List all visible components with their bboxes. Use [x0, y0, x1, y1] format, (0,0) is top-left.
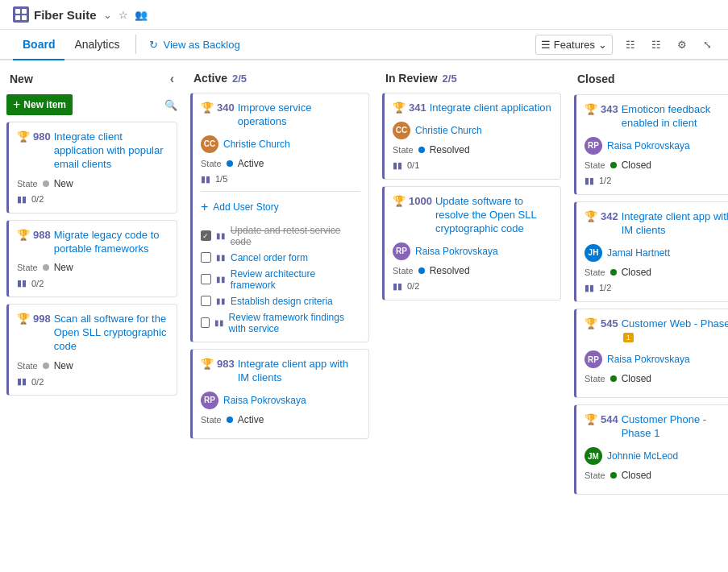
- card-983: 🏆 983 Integrate client app with IM clien…: [190, 349, 369, 439]
- assignee-name-343[interactable]: Raisa Pokrovskaya: [607, 140, 690, 151]
- state-value: Closed: [622, 470, 651, 481]
- card-343-state: State Closed: [584, 160, 728, 171]
- card-980-name[interactable]: Integrate client application with popula…: [54, 131, 168, 172]
- card-341-avatar: CC Christie Church: [393, 122, 552, 139]
- card-983-name[interactable]: Integrate client app with IM clients: [238, 358, 360, 385]
- card-1000-title: 🏆 1000 Update software to resolve the Op…: [393, 195, 552, 236]
- col-header-new: New ‹: [3, 67, 181, 91]
- card-998: 🏆 998 Scan all software for the Open SLL…: [6, 304, 177, 396]
- card-1000-state: State Resolved: [393, 265, 552, 276]
- child-name-5[interactable]: Review framework findings with service: [229, 312, 360, 334]
- column-active: Active 2/5 🏆 340 Improve service operati…: [187, 67, 372, 545]
- card-988-name[interactable]: Migrate legacy code to portable framewor…: [54, 229, 168, 256]
- child-name-3[interactable]: Review architecture framework: [231, 268, 360, 291]
- col-header-closed: Closed ‹: [571, 67, 728, 91]
- child-name-1[interactable]: Update and retest service code: [231, 225, 360, 247]
- child-checkbox-5[interactable]: [201, 317, 210, 328]
- gear-icon[interactable]: ⚙: [674, 35, 690, 54]
- card-342-name[interactable]: Integrate client app with IM clients: [622, 210, 728, 238]
- card-341-title: 🏆 341 Integrate client application: [393, 102, 552, 115]
- new-item-bar: + New item 🔍: [6, 94, 177, 115]
- avatar-jm: JM: [584, 447, 602, 465]
- card-544-name[interactable]: Customer Phone - Phase 1: [622, 413, 728, 441]
- trophy-icon: 🏆: [17, 229, 30, 241]
- progress-bar-icon: ▮▮: [584, 176, 594, 186]
- nav-bar: Board Analytics ↻ View as Backlog ☰ Feat…: [0, 30, 728, 60]
- card-343-name[interactable]: Emoticon feedback enabled in client: [622, 103, 728, 131]
- card-980-id: 980: [33, 131, 51, 143]
- card-544: 🏆 544 Customer Phone - Phase 1 JM Johnni…: [574, 404, 728, 495]
- trophy-icon: 🏆: [584, 317, 597, 330]
- top-bar: Fiber Suite ⌄ ☆ 👥: [0, 0, 728, 30]
- avatar-cc: CC: [201, 135, 218, 153]
- progress-value: 0/2: [31, 377, 44, 387]
- features-label: Features: [554, 39, 595, 51]
- card-545-avatar: RP Raisa Pokrovskaya: [584, 350, 728, 368]
- child-name-2[interactable]: Cancel order form: [231, 252, 308, 263]
- trophy-icon: 🏆: [201, 102, 214, 114]
- chevron-down-icon[interactable]: ⌄: [103, 9, 112, 21]
- phase-badge-545: 1: [623, 333, 634, 342]
- add-user-story-btn[interactable]: + Add User Story: [201, 197, 360, 218]
- card-980-title: 🏆 980 Integrate client application with …: [17, 131, 168, 172]
- trophy-icon: 🏆: [584, 210, 597, 222]
- tab-board[interactable]: Board: [13, 30, 64, 60]
- features-btn[interactable]: ☰ Features ⌄: [535, 35, 613, 55]
- card-342: 🏆 342 Integrate client app with IM clien…: [574, 201, 728, 302]
- col-title-review: In Review: [385, 72, 438, 85]
- column-settings-icon[interactable]: ☷: [622, 35, 639, 54]
- col-title-active: Active: [193, 72, 227, 85]
- card-340-name[interactable]: Improve service operations: [238, 102, 360, 129]
- card-545-id: 545: [601, 317, 618, 330]
- assignee-name-544[interactable]: Johnnie McLeod: [607, 450, 678, 462]
- child-checkbox-2[interactable]: [201, 252, 211, 263]
- card-998-name[interactable]: Scan all software for the Open SLL crypt…: [54, 313, 168, 354]
- card-545-name[interactable]: Customer Web - Phase 1: [622, 317, 728, 345]
- card-544-avatar: JM Johnnie McLeod: [584, 447, 728, 465]
- child-checkbox-1[interactable]: ✓: [201, 230, 211, 241]
- card-1000-progress: ▮▮ 0/2: [393, 281, 552, 292]
- tab-analytics[interactable]: Analytics: [64, 30, 129, 60]
- assignee-name-545[interactable]: Raisa Pokrovskaya: [607, 354, 690, 365]
- child-checkbox-4[interactable]: [201, 296, 211, 306]
- col-count-review: 2/5: [443, 73, 457, 85]
- card-342-progress: ▮▮ 1/2: [584, 283, 728, 293]
- progress-bar-icon: ▮▮: [17, 194, 27, 205]
- card-341-name[interactable]: Integrate client application: [430, 102, 551, 115]
- state-label: State: [584, 160, 605, 170]
- state-value: Closed: [622, 267, 651, 278]
- new-item-button[interactable]: + New item: [6, 94, 73, 115]
- card-544-title: 🏆 544 Customer Phone - Phase 1: [584, 413, 728, 441]
- avatar-cc: CC: [393, 122, 410, 139]
- new-item-label: New item: [23, 99, 66, 110]
- card-1000-name[interactable]: Update software to resolve the Open SLL …: [435, 195, 552, 236]
- card-341-progress: ▮▮ 0/1: [393, 160, 552, 171]
- assignee-name-1000[interactable]: Raisa Pokrovskaya: [415, 246, 498, 257]
- star-icon[interactable]: ☆: [119, 9, 128, 21]
- child-name-4[interactable]: Establish design criteria: [231, 296, 333, 307]
- filter-icon[interactable]: ☷: [648, 35, 664, 54]
- card-341-state: State Resolved: [393, 144, 552, 155]
- col-collapse-new[interactable]: ‹: [170, 72, 174, 86]
- assignee-name-983[interactable]: Raisa Pokrovskaya: [223, 395, 306, 406]
- add-story-label: Add User Story: [213, 201, 278, 213]
- avatar-rp: RP: [393, 242, 410, 260]
- progress-bar-icon: ▮▮: [584, 283, 594, 293]
- expand-icon[interactable]: ⤡: [700, 35, 715, 54]
- trophy-icon: 🏆: [393, 102, 406, 114]
- logo-icon: [13, 6, 29, 23]
- card-343-progress: ▮▮ 1/2: [584, 176, 728, 186]
- child-checkbox-3[interactable]: [201, 274, 211, 284]
- assignee-name-342[interactable]: Jamal Hartnett: [607, 247, 670, 259]
- assignee-name-341[interactable]: Christie Church: [415, 125, 482, 136]
- view-as-backlog-btn[interactable]: ↻ View as Backlog: [143, 32, 246, 57]
- card-342-state: State Closed: [584, 267, 728, 278]
- progress-value: 1/2: [599, 283, 611, 292]
- child-item-5: ▮▮ Review framework findings with servic…: [201, 309, 360, 337]
- people-icon[interactable]: 👥: [135, 9, 148, 21]
- search-icon[interactable]: 🔍: [164, 99, 177, 111]
- columns-icon: ☰: [541, 39, 551, 51]
- avatar-rp: RP: [584, 350, 602, 368]
- child-item-2: ▮▮ Cancel order form: [201, 250, 360, 266]
- assignee-name-340[interactable]: Christie Church: [223, 139, 290, 150]
